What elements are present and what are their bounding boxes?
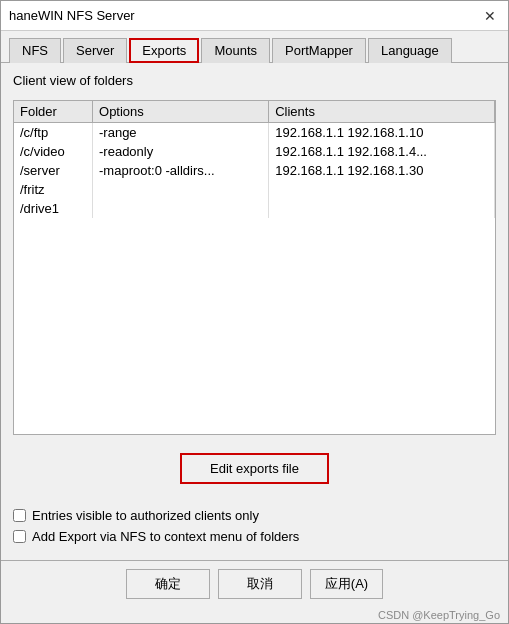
checkbox-context-menu-label: Add Export via NFS to context menu of fo…: [32, 529, 299, 544]
window-title: haneWIN NFS Server: [9, 8, 135, 23]
cancel-button[interactable]: 取消: [218, 569, 302, 599]
cell-clients-0: 192.168.1.1 192.168.1.10: [269, 123, 495, 143]
cell-clients-1: 192.168.1.1 192.168.1.4...: [269, 142, 495, 161]
title-bar: haneWIN NFS Server ✕: [1, 1, 508, 31]
cell-folder-3: /fritz: [14, 180, 93, 199]
cell-options-2: -maproot:0 -alldirs...: [93, 161, 269, 180]
main-window: haneWIN NFS Server ✕ NFS Server Exports …: [0, 0, 509, 624]
checkbox-context-menu[interactable]: [13, 530, 26, 543]
cell-folder-2: /server: [14, 161, 93, 180]
section-label: Client view of folders: [13, 73, 496, 88]
cell-options-3: [93, 180, 269, 199]
tab-nfs[interactable]: NFS: [9, 38, 61, 63]
header-clients: Clients: [269, 101, 495, 123]
cell-options-4: [93, 199, 269, 218]
apply-button[interactable]: 应用(A): [310, 569, 383, 599]
edit-button-area: Edit exports file: [13, 453, 496, 484]
checkbox-row-2: Add Export via NFS to context menu of fo…: [13, 529, 496, 544]
table-row[interactable]: /c/ftp -range 192.168.1.1 192.168.1.10: [14, 123, 495, 143]
header-options: Options: [93, 101, 269, 123]
bottom-bar: 确定 取消 应用(A): [1, 560, 508, 607]
tab-language[interactable]: Language: [368, 38, 452, 63]
watermark: CSDN @KeepTrying_Go: [1, 607, 508, 623]
tab-bar: NFS Server Exports Mounts PortMapper Lan…: [1, 31, 508, 63]
cell-options-0: -range: [93, 123, 269, 143]
cell-clients-3: [269, 180, 495, 199]
ok-button[interactable]: 确定: [126, 569, 210, 599]
cell-folder-4: /drive1: [14, 199, 93, 218]
cell-folder-1: /c/video: [14, 142, 93, 161]
table-row[interactable]: /fritz: [14, 180, 495, 199]
cell-options-1: -readonly: [93, 142, 269, 161]
tab-exports[interactable]: Exports: [129, 38, 199, 63]
table-row[interactable]: /drive1: [14, 199, 495, 218]
table-row[interactable]: /c/video -readonly 192.168.1.1 192.168.1…: [14, 142, 495, 161]
cell-clients-4: [269, 199, 495, 218]
checkbox-authorized-only-label: Entries visible to authorized clients on…: [32, 508, 259, 523]
tab-server[interactable]: Server: [63, 38, 127, 63]
tab-content: Client view of folders Folder Options Cl…: [1, 63, 508, 560]
header-folder: Folder: [14, 101, 93, 123]
folder-table: Folder Options Clients /c/ftp -range 192…: [14, 101, 495, 218]
cell-folder-0: /c/ftp: [14, 123, 93, 143]
tab-portmapper[interactable]: PortMapper: [272, 38, 366, 63]
table-row[interactable]: /server -maproot:0 -alldirs... 192.168.1…: [14, 161, 495, 180]
close-button[interactable]: ✕: [480, 9, 500, 23]
checkbox-section: Entries visible to authorized clients on…: [13, 502, 496, 550]
checkbox-authorized-only[interactable]: [13, 509, 26, 522]
folder-table-container: Folder Options Clients /c/ftp -range 192…: [13, 100, 496, 435]
cell-clients-2: 192.168.1.1 192.168.1.30: [269, 161, 495, 180]
checkbox-row-1: Entries visible to authorized clients on…: [13, 508, 496, 523]
edit-exports-button[interactable]: Edit exports file: [180, 453, 329, 484]
table-header-row: Folder Options Clients: [14, 101, 495, 123]
tab-mounts[interactable]: Mounts: [201, 38, 270, 63]
